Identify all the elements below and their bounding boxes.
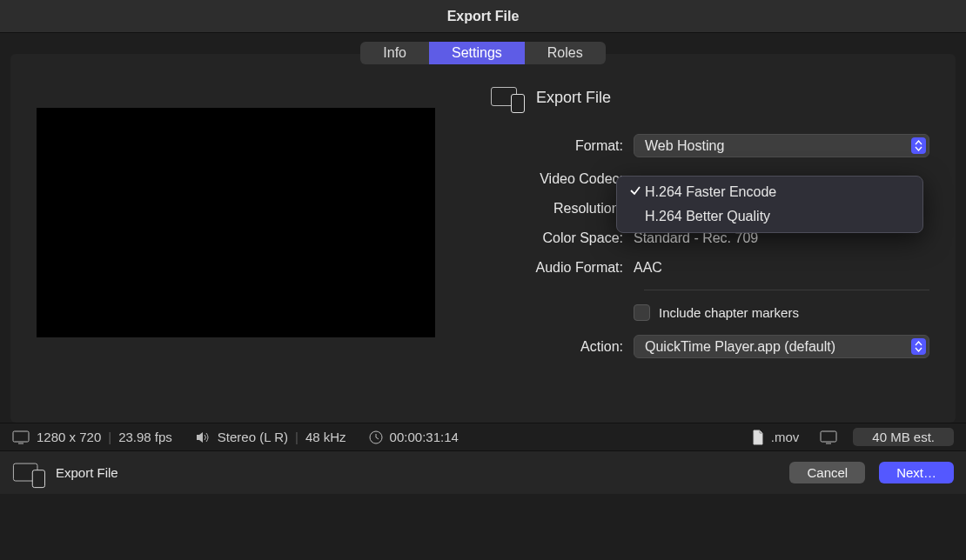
svg-rect-3 — [821, 431, 836, 442]
chapter-markers-checkbox[interactable] — [634, 304, 650, 321]
footer-title: Export File — [56, 465, 118, 480]
monitor-small-icon — [820, 430, 837, 444]
video-codec-menu[interactable]: H.264 Faster Encode H.264 Better Quality — [616, 176, 923, 233]
info-bar: 1280 x 720 | 23.98 fps Stereo (L R) | 48… — [0, 423, 966, 450]
action-label: Action: — [487, 339, 634, 355]
codec-option-label: H.264 Better Quality — [645, 209, 770, 224]
action-value: QuickTime Player.app (default) — [645, 339, 835, 355]
devices-icon — [13, 463, 44, 483]
size-estimate: 40 MB est. — [853, 428, 954, 446]
tab-roles[interactable]: Roles — [525, 42, 606, 64]
audio-format-label: Audio Format: — [487, 260, 634, 276]
duration-value: 00:00:31:14 — [390, 430, 459, 444]
tab-settings[interactable]: Settings — [429, 42, 525, 64]
file-ext: .mov — [771, 430, 800, 444]
settings-panel: Export File Format: Web Hosting Video Co… — [10, 54, 956, 423]
video-preview — [37, 108, 435, 337]
tab-bar: Info Settings Roles — [360, 42, 605, 64]
svg-rect-0 — [13, 431, 29, 442]
action-select[interactable]: QuickTime Player.app (default) — [634, 335, 929, 358]
devices-icon — [491, 87, 524, 108]
audio-format-value: AAC — [634, 260, 662, 276]
panel-heading: Export File — [491, 87, 929, 108]
footer-bar: Export File Cancel Next… — [0, 450, 966, 494]
audio-khz: 48 kHz — [305, 430, 346, 444]
audio-channels: Stereo (L R) — [218, 430, 288, 444]
resolution-label: Resolution: — [487, 201, 634, 217]
cancel-button[interactable]: Cancel — [789, 462, 865, 483]
divider — [644, 290, 929, 290]
color-space-label: Color Space: — [487, 230, 634, 246]
video-codec-label: Video Codec: — [487, 171, 634, 187]
format-label: Format: — [487, 138, 634, 154]
dimensions-value: 1280 x 720 — [37, 430, 101, 444]
codec-option-faster[interactable]: H.264 Faster Encode — [617, 180, 922, 204]
dropdown-stepper-icon — [911, 137, 926, 154]
speaker-icon — [195, 430, 211, 444]
window-title: Export File — [0, 0, 966, 33]
document-icon — [752, 430, 764, 445]
next-button[interactable]: Next… — [879, 462, 954, 483]
dropdown-stepper-icon — [911, 338, 926, 355]
tab-info[interactable]: Info — [360, 42, 429, 64]
chapter-markers-label: Include chapter markers — [659, 305, 799, 320]
checkmark-icon — [629, 184, 645, 200]
fps-value: 23.98 fps — [118, 430, 172, 444]
display-icon — [12, 430, 30, 444]
panel-title: Export File — [536, 89, 611, 107]
codec-option-better[interactable]: H.264 Better Quality — [617, 204, 922, 229]
format-value: Web Hosting — [645, 138, 724, 154]
clock-icon — [369, 430, 383, 444]
codec-option-label: H.264 Faster Encode — [645, 184, 776, 200]
format-select[interactable]: Web Hosting — [634, 134, 929, 157]
